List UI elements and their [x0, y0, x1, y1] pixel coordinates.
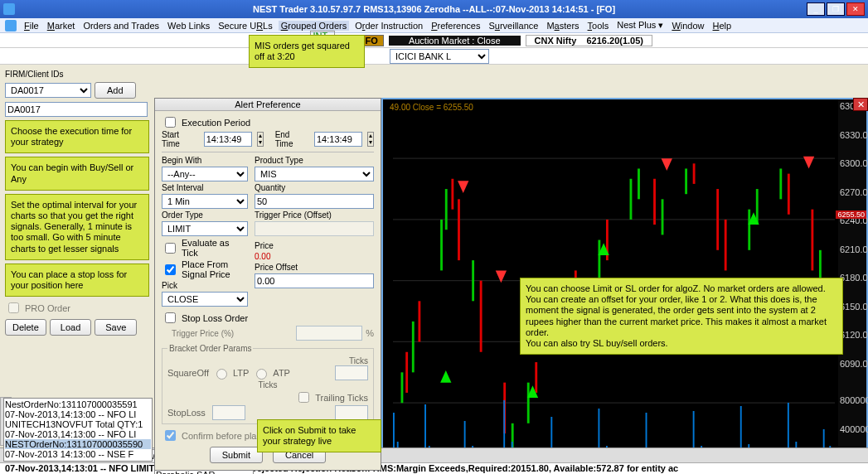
- trigger-price-input[interactable]: [255, 221, 374, 236]
- product-type-select[interactable]: MIS: [255, 167, 374, 181]
- ltp-radio[interactable]: [216, 369, 227, 380]
- svg-rect-35: [779, 168, 782, 199]
- spinner-icon[interactable]: ▴▾: [257, 132, 264, 147]
- svg-rect-8: [418, 301, 420, 341]
- svg-rect-9: [440, 220, 443, 270]
- maximize-button[interactable]: ❐: [827, 2, 845, 16]
- callout-begin-with: You can begin with Buy/Sell or Any: [5, 157, 149, 190]
- menu-tools[interactable]: Tools: [585, 21, 612, 31]
- submit-button[interactable]: Submit: [210, 447, 263, 463]
- menu-window[interactable]: Window: [669, 21, 706, 31]
- callout-order-type: You can choose Limit or SL order for alg…: [520, 278, 843, 355]
- list-item: UNITECH13NOVFUT Total QTY:1: [5, 419, 151, 429]
- menu-masters[interactable]: Masters: [544, 21, 581, 31]
- svg-rect-32: [725, 220, 727, 270]
- trailing-ticks-input[interactable]: [335, 405, 368, 420]
- svg-rect-27: [653, 179, 656, 225]
- close-button[interactable]: ✕: [846, 2, 865, 16]
- alert-panel-title: Alert Preference: [155, 99, 381, 111]
- trailing-ticks-checkbox[interactable]: [298, 392, 309, 403]
- chart-close-button[interactable]: ✕: [853, 98, 868, 111]
- svg-rect-37: [811, 210, 813, 271]
- order-log-panel[interactable]: NestOrderNo:131107000035591 07-Nov-2013,…: [3, 398, 153, 462]
- menu-help[interactable]: Help: [710, 21, 735, 31]
- price-offset-input[interactable]: [255, 273, 374, 288]
- app-icon: [3, 3, 15, 15]
- svg-rect-13: [472, 260, 474, 301]
- svg-rect-26: [638, 168, 640, 199]
- quantity-input[interactable]: [255, 194, 374, 209]
- svg-rect-18: [535, 362, 537, 393]
- svg-rect-10: [445, 189, 448, 230]
- callout-submit: Click on Submit to take your strategy li…: [257, 419, 381, 452]
- firm-id-select[interactable]: DA0017: [5, 83, 91, 98]
- current-price-marker: 6255.50: [836, 210, 866, 219]
- status-bar: 07-Nov-2013,14:13:01 -- NFO LIMIT ORDER …: [0, 462, 868, 474]
- menu-order-instruction[interactable]: Order Instruction: [352, 21, 425, 31]
- execution-period-checkbox[interactable]: [165, 117, 176, 128]
- sl-trigger-input[interactable]: [296, 326, 362, 341]
- begin-with-select[interactable]: --Any--: [162, 167, 248, 181]
- list-item: NestOrderNo:131107000035591: [5, 399, 151, 409]
- alert-preference-panel: Alert Preference Execution Period Start …: [154, 98, 381, 471]
- pick-select[interactable]: CLOSE: [162, 292, 248, 307]
- minimize-button[interactable]: _: [807, 2, 825, 16]
- squareoff-ticks-input[interactable]: [335, 365, 368, 380]
- menu-orders-trades[interactable]: Orders and Trades: [80, 21, 162, 31]
- stoploss-ticks-input[interactable]: [212, 405, 245, 420]
- svg-marker-39: [440, 370, 451, 383]
- svg-marker-45: [662, 158, 672, 171]
- firm-client-label: FIRM/Client IDs: [5, 70, 149, 79]
- svg-rect-14: [480, 281, 482, 352]
- pro-order-checkbox[interactable]: [8, 302, 19, 313]
- svg-rect-12: [458, 199, 460, 260]
- set-interval-select[interactable]: 1 Min: [162, 194, 248, 209]
- symbol-select[interactable]: ICICI BANK L: [390, 49, 489, 64]
- menu-secure-urls[interactable]: Secure URLs: [216, 21, 274, 31]
- load-button[interactable]: Load: [50, 319, 91, 336]
- menu-file[interactable]: File: [22, 21, 41, 31]
- list-item: NESTOrderNo:131107000035590: [5, 439, 151, 449]
- callout-interval: Set the optimal interval for your charts…: [5, 194, 149, 260]
- index-quote: CNX Nifty 6216.20(1.05): [526, 35, 652, 46]
- svg-rect-38: [819, 250, 822, 281]
- symbol-toolbar: ICICI BANK L: [0, 48, 868, 65]
- save-button[interactable]: Save: [95, 319, 137, 336]
- svg-rect-6: [405, 352, 408, 393]
- evaluate-tick-checkbox[interactable]: [165, 243, 176, 254]
- chart-header: 49.00 Close = 6255.50: [390, 103, 473, 112]
- window-title: NEST Trader 3.10.57.97.7 RMS13,13906 Zer…: [253, 4, 615, 14]
- spinner-icon[interactable]: ▴▾: [367, 132, 374, 147]
- start-time-input[interactable]: [204, 132, 252, 147]
- svg-rect-11: [451, 179, 453, 210]
- confirm-before-place-checkbox[interactable]: [165, 430, 176, 441]
- client-id-input[interactable]: [5, 102, 148, 117]
- menu-web-links[interactable]: Web Links: [165, 21, 212, 31]
- menu-grouped-orders[interactable]: Grouped Orders: [279, 21, 350, 31]
- auction-status: Auction Market : Close: [389, 36, 521, 46]
- menu-preferences[interactable]: Preferences: [429, 21, 482, 31]
- order-type-select[interactable]: LIMIT: [162, 221, 248, 236]
- place-signal-checkbox[interactable]: [165, 264, 176, 275]
- svg-rect-7: [412, 322, 415, 372]
- svg-rect-36: [788, 174, 790, 215]
- list-item: 07-Nov-2013,14:13:00 -- NFO LI: [5, 409, 151, 419]
- bracket-params-group: Bracket Order Params Ticks SquareOff LTP…: [162, 344, 374, 424]
- callout-exec-time: Choose the execution time for your strat…: [5, 120, 149, 153]
- svg-marker-43: [458, 181, 468, 193]
- menu-surveillance[interactable]: Surveillance: [486, 21, 541, 31]
- delete-button[interactable]: Delete: [5, 319, 46, 336]
- svg-rect-25: [630, 179, 633, 220]
- menu-market[interactable]: Market: [45, 21, 78, 31]
- list-item: 07-Nov-2013,14:13:00 -- NFO LI: [5, 429, 151, 439]
- menu-nest-plus[interactable]: Nest Plus ▾: [614, 20, 666, 31]
- callout-stoploss: You can place a stop loss for your posit…: [5, 264, 149, 297]
- atp-radio[interactable]: [256, 369, 267, 380]
- svg-rect-29: [685, 168, 687, 194]
- svg-rect-31: [716, 189, 719, 250]
- end-time-input[interactable]: [314, 132, 362, 147]
- add-button[interactable]: Add: [95, 82, 136, 99]
- app-logo-icon: [5, 20, 17, 31]
- svg-rect-28: [662, 199, 664, 235]
- stop-loss-checkbox[interactable]: [165, 312, 176, 323]
